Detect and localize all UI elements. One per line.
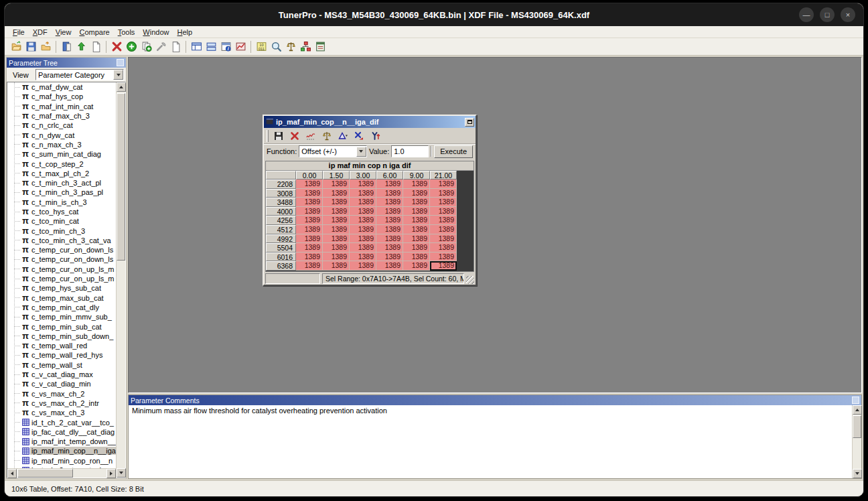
acquire-data-icon[interactable] (74, 40, 88, 54)
tree-item[interactable]: πc_temp_wall_st (10, 360, 116, 370)
tree-item[interactable]: πc_tco_hys_cat (10, 207, 116, 216)
row-header[interactable]: 4992 (266, 234, 296, 244)
table-cell[interactable]: 1389 (350, 216, 376, 225)
scroll-left-icon[interactable] (7, 469, 17, 478)
pin-panel-icon[interactable] (852, 397, 859, 404)
table-view-icon[interactable] (189, 40, 204, 54)
compare-bins-icon[interactable] (59, 40, 74, 54)
menu-item-compare[interactable]: Compare (75, 28, 113, 36)
table-cell[interactable]: 1389 (403, 261, 430, 271)
tree-item[interactable]: ip_t_ch_2__tco_st__km_ (10, 466, 116, 468)
delta-menu-icon[interactable] (336, 129, 350, 143)
comments-text[interactable]: Minimum mass air flow threshold for cata… (129, 405, 852, 478)
new-page-icon[interactable] (168, 40, 183, 54)
table-cell[interactable]: 1389 (296, 225, 323, 234)
table-cell[interactable]: 1389 (296, 243, 323, 253)
menu-item-tools[interactable]: Tools (114, 28, 139, 36)
table-cell[interactable]: 1389 (376, 253, 403, 262)
title-bar[interactable]: TunerPro - MS43_M54B30_430069_64KB.bin |… (5, 3, 863, 26)
scroll-down-icon[interactable] (853, 469, 862, 478)
tree-item[interactable]: πc_temp_cur_on_down_ls (10, 255, 116, 264)
compare-icon[interactable] (283, 40, 298, 54)
tree-item[interactable]: ip_maf_min_cop_ron__n (10, 456, 116, 466)
table-cell[interactable]: 1389 (430, 234, 457, 244)
table-cell[interactable]: 1389 (376, 216, 403, 225)
row-header[interactable]: 2208 (266, 180, 296, 189)
scroll-up-icon[interactable] (853, 405, 862, 415)
table-cell[interactable]: 1389 (430, 216, 457, 225)
chart-view-icon[interactable] (233, 40, 248, 54)
tree-item[interactable]: πc_temp_hys_sub_cat (10, 283, 116, 293)
row-header[interactable]: 5504 (266, 243, 296, 253)
table-cell[interactable]: 1389 (430, 243, 457, 253)
table-cell[interactable]: 1389 (430, 189, 457, 198)
tree-item[interactable]: ip_maf_min_cop__n__iga (10, 446, 116, 455)
tree-item[interactable]: πc_n_dyw_cat (10, 130, 116, 139)
table-cell[interactable]: 1389 (376, 207, 403, 216)
table-cell[interactable]: 1389 (296, 189, 323, 198)
tree-item[interactable]: πc_temp_cur_on_up_ls_m (10, 274, 116, 283)
checksum-icon[interactable] (313, 40, 328, 54)
tree-item[interactable]: πc_tco_min_cat (10, 216, 116, 226)
row-header[interactable]: 6016 (266, 253, 296, 262)
table-cell[interactable]: 1389 (350, 198, 376, 207)
table-cell[interactable]: 1389 (350, 180, 376, 189)
table-cell[interactable]: 1389 (430, 261, 457, 271)
save-bin-icon[interactable] (23, 40, 38, 54)
table-cell[interactable]: 1389 (350, 253, 376, 262)
tree-item[interactable]: πc_n_max_ch_3 (10, 140, 116, 149)
table-cell[interactable]: 1389 (323, 189, 350, 198)
tree-item[interactable]: πc_temp_min_sub_cat (10, 321, 116, 331)
x-axis-icon[interactable] (352, 129, 366, 143)
table-cell[interactable]: 1389 (323, 243, 350, 253)
y-axis-icon[interactable] (368, 129, 382, 143)
table-cell[interactable]: 1389 (323, 216, 350, 225)
duplicate-item-icon[interactable] (139, 40, 153, 54)
tree-item[interactable]: πc_maf_max_ch_3 (10, 111, 116, 121)
list-view-icon[interactable] (204, 40, 218, 54)
table-cell[interactable]: 1389 (350, 234, 376, 244)
table-cell[interactable]: 1389 (296, 261, 323, 271)
table-cell[interactable]: 1389 (403, 225, 430, 234)
table-cell[interactable]: 1389 (376, 234, 403, 244)
table-cell[interactable]: 1389 (296, 207, 323, 216)
tree-item[interactable]: πc_vs_max_ch_3 (10, 408, 116, 417)
tree-item[interactable]: πc_temp_wall_red_hys (10, 350, 116, 360)
table-cell[interactable]: 1389 (350, 261, 376, 271)
tree-item[interactable]: ip_fac_cat_dly__cat_diag (10, 427, 116, 437)
row-header[interactable]: 4512 (266, 225, 296, 234)
table-cell[interactable]: 1389 (296, 198, 323, 207)
table-cell[interactable]: 1389 (403, 234, 430, 244)
table-cell[interactable]: 1389 (376, 261, 403, 271)
tree-item[interactable]: πc_temp_wall_red (10, 341, 116, 350)
table-cell[interactable]: 1389 (376, 243, 403, 253)
pin-panel-icon[interactable] (117, 59, 124, 66)
function-select[interactable]: Offset (+/-) (299, 145, 367, 157)
properties-icon[interactable]: i (218, 40, 233, 54)
comments-scrollbar[interactable] (852, 405, 861, 478)
tree-item[interactable]: πc_temp_min_mmv_sub_ (10, 312, 116, 321)
table-cell[interactable]: 1389 (323, 261, 350, 271)
table-cell[interactable]: 1389 (376, 198, 403, 207)
chevron-down-icon[interactable] (356, 147, 366, 157)
column-header[interactable]: 6.00 (376, 171, 403, 180)
table-cell[interactable]: 1389 (323, 207, 350, 216)
column-header[interactable]: 21.00 (430, 171, 457, 180)
maximize-button[interactable]: □ (820, 7, 835, 22)
tree-item[interactable]: πc_tco_min_ch_3 (10, 226, 116, 235)
table-cell[interactable]: 1389 (430, 225, 457, 234)
tree-horizontal-scrollbar[interactable] (7, 468, 116, 478)
table-cell[interactable]: 1389 (350, 207, 376, 216)
menu-item-window[interactable]: Window (139, 28, 173, 36)
tree-item[interactable]: πc_v_cat_diag_max (10, 370, 116, 379)
hierarchy-icon[interactable] (298, 40, 313, 54)
table-cell[interactable]: 1389 (323, 253, 350, 262)
category-select[interactable]: Parameter Category (35, 69, 124, 80)
table-cell[interactable]: 1389 (376, 189, 403, 198)
tree-item[interactable]: πc_t_max_pl_ch_2 (10, 169, 116, 178)
tree-item[interactable]: πc_t_min_ch_3_act_pl (10, 178, 116, 188)
scroll-right-icon[interactable] (106, 469, 116, 478)
table-cell[interactable]: 1389 (376, 225, 403, 234)
delete-item-icon[interactable] (109, 40, 124, 54)
table-cell[interactable]: 1389 (403, 253, 430, 262)
